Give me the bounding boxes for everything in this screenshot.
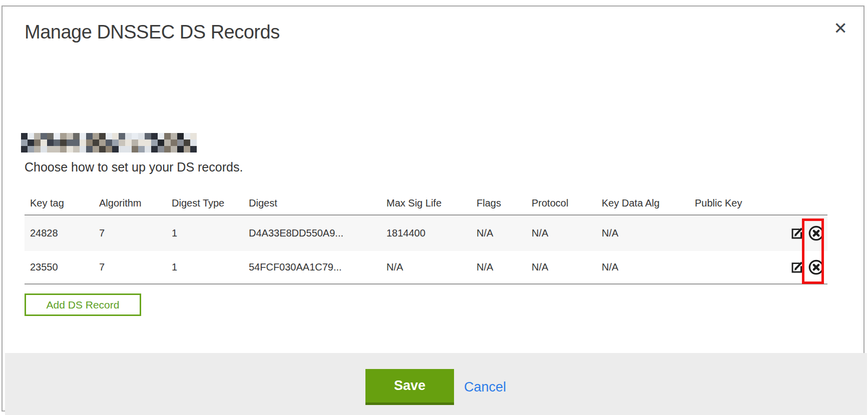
col-header-protocol: Protocol [526,192,596,215]
delete-record-button[interactable] [808,259,824,276]
close-icon[interactable]: ✕ [829,18,851,40]
add-ds-record-button[interactable]: Add DS Record [25,294,141,316]
cell-flags: N/A [471,251,526,284]
col-header-flags: Flags [471,192,526,215]
dialog-subtitle: Choose how to set up your DS records. [25,160,243,174]
cell-public-key [689,251,772,284]
cell-public-key [689,215,772,251]
cell-max-sig-life: N/A [381,251,471,284]
col-header-max-sig-life: Max Sig Life [381,192,471,215]
cell-key-tag: 24828 [25,215,94,251]
edit-record-button[interactable] [790,226,803,240]
delete-circle-x-icon [808,259,824,276]
cell-digest-type: 1 [166,251,243,284]
save-button[interactable]: Save [365,369,454,405]
edit-icon [790,226,803,240]
cell-digest-type: 1 [166,215,243,251]
col-header-digest: Digest [243,192,381,215]
dialog-title: Manage DNSSEC DS Records [25,22,280,43]
col-header-key-tag: Key tag [25,192,94,215]
cell-flags: N/A [471,215,526,251]
col-header-algorithm: Algorithm [94,192,166,215]
col-header-digest-type: Digest Type [166,192,243,215]
cell-algorithm: 7 [94,215,166,251]
delete-circle-x-icon [808,225,824,242]
cell-protocol: N/A [526,251,596,284]
col-header-key-data-alg: Key Data Alg [596,192,689,215]
delete-record-button[interactable] [808,225,824,242]
cancel-link[interactable]: Cancel [464,380,506,395]
modal-screenshot: ✕ Manage DNSSEC DS Records Choose how to… [0,0,868,415]
table-header-row: Key tag Algorithm Digest Type Digest Max… [25,192,827,215]
cell-algorithm: 7 [94,251,166,284]
edit-record-button[interactable] [790,260,803,274]
col-header-actions [772,192,827,215]
cell-digest: D4A33E8DD550A9... [243,215,381,251]
col-header-public-key: Public Key [689,192,772,215]
edit-icon [790,260,803,274]
cell-max-sig-life: 1814400 [381,215,471,251]
cell-key-tag: 23550 [25,251,94,284]
cell-key-data-alg: N/A [596,251,689,284]
cell-digest: 54FCF030AA1C79... [243,251,381,284]
row-actions [772,215,827,251]
table-row: 23550 7 1 54FCF030AA1C79... N/A N/A N/A … [25,251,827,284]
ds-records-table: Key tag Algorithm Digest Type Digest Max… [25,192,827,284]
redacted-domain-name [21,133,197,152]
row-actions [772,251,827,284]
manage-dnssec-dialog: ✕ Manage DNSSEC DS Records Choose how to… [2,6,864,412]
table-row: 24828 7 1 D4A33E8DD550A9... 1814400 N/A … [25,215,827,251]
cell-protocol: N/A [526,215,596,251]
cell-key-data-alg: N/A [596,215,689,251]
